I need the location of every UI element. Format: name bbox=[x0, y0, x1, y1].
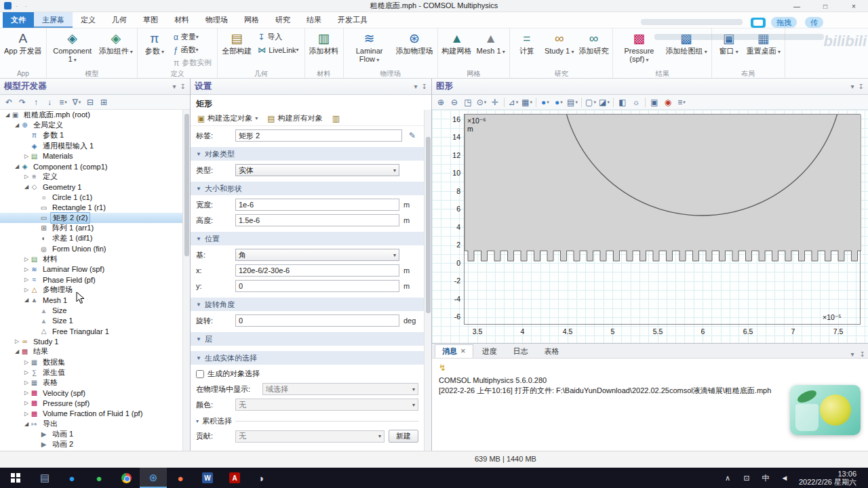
tree-expand-icon[interactable]: ◢ bbox=[4, 112, 11, 118]
floating-widget[interactable] bbox=[790, 385, 861, 435]
model-tree-scrollbar[interactable] bbox=[182, 110, 190, 451]
tree-expand-icon[interactable]: ▷ bbox=[23, 277, 30, 283]
ribbon-button-Mesh 1[interactable]: ▲Mesh 1 ▾ bbox=[475, 29, 507, 69]
graphics-canvas[interactable]: ×10⁻⁶ m ×10⁻⁵ 1614121086420-2-4-63.544.5… bbox=[432, 110, 868, 343]
panel-pin-icon[interactable]: ↧ bbox=[860, 350, 865, 358]
section-selections[interactable]: ▼生成实体的选择 bbox=[191, 351, 424, 365]
tree-node[interactable]: ○Circle 1 (c1) bbox=[0, 192, 182, 203]
tab-home[interactable]: 主屏幕 bbox=[34, 12, 73, 28]
base-select[interactable]: 角▾ bbox=[235, 249, 399, 261]
tray-chevron-icon[interactable]: ∧ bbox=[719, 468, 736, 488]
lighting-icon[interactable]: ☼ bbox=[630, 96, 642, 108]
axes-icon[interactable]: ⊿▾ bbox=[507, 96, 519, 108]
zoom-selected-icon[interactable]: ⊙▾ bbox=[475, 96, 488, 108]
tree-node[interactable]: ▷≈Phase Field (pf) bbox=[0, 274, 182, 285]
tree-node[interactable]: ▶动画 1 bbox=[0, 429, 182, 439]
tab-geometry[interactable]: 几何 bbox=[104, 12, 135, 28]
label-input[interactable] bbox=[235, 129, 402, 142]
select-mode-icon[interactable]: ▢▾ bbox=[585, 96, 597, 108]
color-select[interactable]: 无▾ bbox=[235, 399, 418, 411]
ribbon-button-计算[interactable]: =计算 bbox=[512, 29, 542, 69]
tree-node[interactable]: ◢▲Mesh 1 bbox=[0, 295, 182, 305]
ribbon-button-Component 1[interactable]: ◈Component 1 ▾ bbox=[49, 29, 96, 69]
taskbar-app-honeycam[interactable]: ● bbox=[167, 468, 194, 488]
tab-close-icon[interactable]: ✕ bbox=[460, 348, 466, 354]
tree-node[interactable]: ▶动画 2 bbox=[0, 439, 182, 449]
messages-tab-日志[interactable]: 日志 bbox=[506, 344, 536, 358]
tree-node[interactable]: ◢◈Component 1 (comp1) bbox=[0, 161, 182, 171]
tree-expand-icon[interactable]: ▷ bbox=[23, 256, 30, 262]
tree-node[interactable]: ◢↦导出 bbox=[0, 419, 182, 429]
material-color-icon[interactable]: ●▾ bbox=[553, 96, 565, 108]
tree-expand-icon[interactable]: ◢ bbox=[14, 122, 20, 128]
tree-node[interactable]: ⊞阵列 1 (arr1) bbox=[0, 223, 182, 233]
tab-results[interactable]: 结果 bbox=[298, 12, 330, 28]
tree-expand-icon[interactable]: ▷ bbox=[23, 390, 30, 396]
ribbon-button-窗口[interactable]: ▣窗口 ▾ bbox=[714, 29, 744, 69]
taskbar-app-baidu-netdisk[interactable]: ● bbox=[58, 468, 85, 488]
panel-menu-icon[interactable]: ▾ bbox=[414, 83, 418, 90]
tree-node[interactable]: π参数 1 bbox=[0, 130, 182, 140]
tree-node[interactable]: ▷▦表格 bbox=[0, 378, 182, 388]
tab-sketch[interactable]: 草图 bbox=[135, 12, 166, 28]
start-button[interactable] bbox=[0, 468, 31, 488]
tree-node[interactable]: ◢◇Geometry 1 bbox=[0, 182, 182, 192]
tree-expand-icon[interactable]: ▷ bbox=[14, 338, 20, 344]
quick-access-toolbar[interactable]: · · bbox=[16, 3, 30, 9]
ribbon-button-参数[interactable]: π参数 ▾ bbox=[140, 29, 170, 69]
panel-pin-icon[interactable]: ↧ bbox=[180, 83, 186, 90]
taskbar-app-explorer[interactable]: ▤ bbox=[31, 468, 58, 488]
ribbon-button-添加组件[interactable]: ◈添加组件 ▾ bbox=[97, 29, 135, 69]
tree-node[interactable]: ▷∑派生值 bbox=[0, 367, 182, 378]
zoom-in-icon[interactable]: ⊕ bbox=[435, 96, 447, 108]
ribbon-button-参数实例[interactable]: π参数实例 bbox=[170, 57, 215, 68]
tab-definitions[interactable]: 定义 bbox=[73, 12, 104, 28]
tree-expand-icon[interactable]: ◢ bbox=[23, 421, 30, 427]
tree-node[interactable]: ▷▤材料 bbox=[0, 254, 182, 264]
scene-color-icon[interactable]: ●▾ bbox=[539, 96, 551, 108]
plot-settings-icon[interactable]: ≡▾ bbox=[675, 96, 688, 108]
tray-monitor-icon[interactable]: ⊡ bbox=[738, 468, 755, 488]
tree-expand-icon[interactable]: ▷ bbox=[23, 174, 30, 180]
tab-file[interactable]: 文件 bbox=[3, 12, 34, 28]
ribbon-button-Pressure (spf)[interactable]: ▩Pressure (spf) ▾ bbox=[615, 29, 663, 69]
tree-expand-icon[interactable]: ◢ bbox=[14, 348, 20, 354]
maximize-button[interactable]: □ bbox=[811, 0, 840, 12]
tree-node[interactable]: ▷≋Laminar Flow (spf) bbox=[0, 264, 182, 274]
grid-icon[interactable]: ▦▾ bbox=[521, 96, 533, 108]
rotation-input[interactable] bbox=[235, 314, 399, 327]
build-all-button[interactable]: ▤ 构建所有对象 bbox=[264, 113, 325, 124]
expand-all-icon[interactable]: ⊞ bbox=[98, 96, 110, 108]
tree-node[interactable]: ▷△多物理场 bbox=[0, 285, 182, 295]
zoom-out-icon[interactable]: ⊖ bbox=[448, 96, 460, 108]
tab-mesh[interactable]: 网格 bbox=[236, 12, 267, 28]
move-up-icon[interactable]: ↑ bbox=[30, 96, 42, 108]
record-icon[interactable]: ◉ bbox=[662, 96, 674, 108]
tree-node[interactable]: ◐求差 1 (dif1) bbox=[0, 233, 182, 243]
tree-node[interactable]: ▭矩形 2 (r2) bbox=[0, 213, 182, 223]
hide-object-icon[interactable]: ◪▾ bbox=[598, 96, 610, 108]
new-selection-button[interactable]: 新建 bbox=[389, 430, 418, 443]
ribbon-button-构建网格[interactable]: ▲构建网格 bbox=[440, 29, 474, 69]
show-menu-icon[interactable]: ≡▾ bbox=[57, 96, 69, 108]
tree-node[interactable]: ▷▤Materials bbox=[0, 151, 182, 161]
tree-expand-icon[interactable]: ◢ bbox=[23, 184, 30, 190]
section-position[interactable]: ▼位置 bbox=[191, 232, 424, 245]
messages-tab-消息[interactable]: 消息✕ bbox=[435, 344, 473, 358]
tree-expand-icon[interactable]: ▷ bbox=[23, 153, 30, 159]
resulting-selection-checkbox[interactable] bbox=[196, 370, 204, 378]
tree-expand-icon[interactable]: ▷ bbox=[23, 400, 30, 406]
ribbon-button-LiveLink[interactable]: ⋈LiveLink ▾ bbox=[254, 44, 302, 56]
object-type-select[interactable]: 实体▾ bbox=[235, 164, 399, 176]
tree-expand-icon[interactable]: ◢ bbox=[14, 163, 20, 169]
ribbon-button-Study 1[interactable]: ∞Study 1 ▾ bbox=[542, 29, 576, 69]
panel-menu-icon[interactable]: ▾ bbox=[851, 350, 854, 358]
move-down-icon[interactable]: ↓ bbox=[43, 96, 56, 108]
width-input[interactable] bbox=[235, 199, 399, 211]
nav-back-icon[interactable]: ↶ bbox=[3, 96, 15, 108]
tree-expand-icon[interactable]: ▷ bbox=[23, 359, 30, 365]
build-preceding-button[interactable]: ▥ bbox=[330, 113, 342, 124]
taskbar-app-qq[interactable]: ◗ bbox=[248, 468, 275, 488]
tree-expand-icon[interactable]: ▷ bbox=[23, 411, 30, 417]
ribbon-button-函数[interactable]: ƒ函数 ▾ bbox=[170, 44, 215, 56]
